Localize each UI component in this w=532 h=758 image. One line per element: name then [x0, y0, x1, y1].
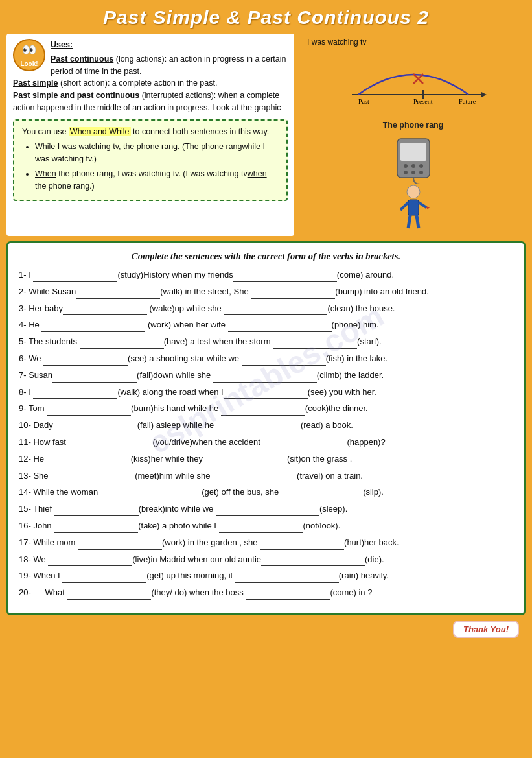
blank-7b	[213, 373, 317, 383]
blank-12a	[47, 457, 131, 466]
blank-20a	[67, 591, 151, 600]
timeline-graph: Past Present Future	[339, 48, 488, 119]
ex-line-10: 10- Dady(fall) asleep while he (read) a …	[19, 419, 513, 432]
blank-1a	[33, 273, 117, 282]
ex-line-8: 8- I (walk) along the road when I(see) y…	[19, 386, 513, 399]
blank-9b	[221, 407, 305, 416]
exercises-box: Complete the sentences with the correct …	[6, 241, 526, 615]
example-list: While I was watching tv, the phone rang.…	[35, 141, 279, 193]
blank-8b	[224, 390, 308, 399]
ex-line-17: 17- While mom (work) in the garden , she…	[19, 536, 513, 550]
blank-10a	[53, 423, 137, 432]
ex-line-15: 15- Thief (break)into while we (sleep).	[19, 503, 513, 516]
blank-19b	[235, 574, 339, 583]
ex-line-20: 20- What (they/ do) when the boss (come)…	[19, 586, 513, 600]
svg-rect-9	[400, 143, 426, 161]
ex-line-14: 14- While the woman(get) off the bus, sh…	[19, 486, 513, 499]
svg-point-14	[411, 171, 415, 174]
ex-line-5: 5- The students (have) a test when the s…	[19, 335, 513, 349]
page-title: Past Simple & Past Continuous 2	[6, 6, 526, 29]
theory-past-simple: Past simple (short action): a complete a…	[13, 77, 288, 89]
blank-2b	[251, 290, 335, 299]
ex-line-11: 11- How fast (you/drive)when the acciden…	[19, 436, 513, 449]
blank-3a	[63, 306, 147, 315]
graph-area: I was watching tv Past Present Future	[301, 34, 526, 236]
ex-line-6: 6- We (see) a shooting star while we (fi…	[19, 352, 513, 366]
ex-line-7: 7- Susan(fall)down while she (climb) the…	[19, 369, 513, 383]
exercises-title: Complete the sentences with the correct …	[19, 251, 513, 262]
blank-14b	[279, 490, 363, 499]
phone-illustration	[387, 132, 439, 184]
blank-4b	[228, 323, 332, 332]
svg-line-18	[408, 215, 410, 228]
theory-past-continuous: Past continuous (long actions): an actio…	[13, 53, 288, 78]
ex-line-19: 19- When I (get) up this morning, it (ra…	[19, 569, 513, 583]
svg-point-13	[404, 171, 408, 174]
ex-line-18: 18- We (live)in Madrid when our old aunt…	[19, 553, 513, 567]
phone-rang-label: The phone rang	[383, 121, 444, 130]
blank-19a	[62, 574, 146, 583]
blank-16b	[219, 524, 303, 533]
blank-3b	[224, 306, 327, 315]
person-illustration: ✦	[394, 184, 433, 236]
dashed-box: You can use When and While to connect bo…	[13, 119, 288, 202]
dashed-intro: You can use When and While to connect bo…	[22, 126, 279, 138]
blank-2a	[76, 290, 160, 299]
blank-14a	[98, 490, 202, 499]
svg-line-19	[417, 215, 419, 228]
past-simple-bold: Past simple	[13, 78, 58, 88]
example-1: While I was watching tv, the phone rang.…	[35, 141, 279, 166]
ex-line-13: 13- She (meet)him while she (travel) on …	[19, 469, 513, 483]
blank-5b	[273, 340, 357, 349]
svg-rect-17	[408, 200, 419, 215]
past-continuous-bold: Past continuous	[51, 54, 113, 64]
blank-6b	[242, 357, 326, 366]
blank-4a	[41, 323, 145, 332]
blank-17a	[78, 541, 162, 550]
svg-text:Past: Past	[358, 98, 369, 105]
past-simple-text: (short action): a complete action in the…	[60, 78, 218, 88]
page: Past Simple & Past Continuous 2 👀 Look! …	[0, 0, 532, 758]
when-while-highlight: When and While	[69, 127, 131, 136]
uses-label: Uses:	[13, 39, 288, 51]
blank-10b	[216, 423, 301, 432]
svg-marker-1	[481, 92, 487, 97]
svg-point-11	[411, 164, 415, 168]
blank-15a	[54, 507, 139, 516]
svg-point-16	[407, 185, 420, 198]
blank-8a	[33, 390, 117, 399]
blank-18b	[261, 557, 365, 566]
theory-combined: Past simple and past continuous (interru…	[13, 89, 288, 114]
blank-9a	[47, 407, 131, 416]
blank-11a	[69, 440, 153, 449]
blank-7a	[52, 373, 137, 383]
ex-line-12: 12- He (kiss)her while they(sit)on the g…	[19, 453, 513, 466]
svg-point-12	[419, 164, 423, 168]
svg-point-15	[419, 171, 423, 174]
blank-16a	[54, 524, 138, 533]
ex-line-2: 2- While Susan(walk) in the street, She …	[19, 285, 513, 299]
blank-17b	[260, 541, 344, 550]
blank-1b	[233, 273, 337, 282]
blank-15b	[216, 507, 319, 516]
ex-line-4: 4- He (work) when her wife (phone) him.	[19, 318, 513, 332]
theory-box: 👀 Look! Uses: Past continuous (long acti…	[6, 34, 294, 236]
combined-bold: Past simple and past continuous	[13, 91, 139, 100]
svg-line-20	[400, 202, 408, 210]
blank-13a	[51, 473, 135, 482]
svg-point-10	[404, 164, 408, 168]
svg-text:✦: ✦	[425, 204, 430, 211]
ex-line-16: 16- John (take) a photo while I (not/loo…	[19, 519, 513, 533]
graph-label-top: I was watching tv	[301, 37, 526, 47]
blank-18a	[48, 557, 132, 566]
ex-line-1: 1- I (study)History when my friends(come…	[19, 268, 513, 282]
blank-11b	[262, 440, 347, 449]
blank-6a	[43, 357, 128, 366]
blank-20b	[246, 591, 330, 600]
ex-line-3: 3- Her baby (wake)up while she (clean) t…	[19, 302, 513, 316]
ex-line-9: 9- Tom (burn)his hand while he (cook)the…	[19, 402, 513, 416]
thank-you-badge: Thank You!	[453, 621, 519, 638]
blank-5a	[80, 340, 164, 349]
blank-13b	[213, 473, 297, 482]
top-section: 👀 Look! Uses: Past continuous (long acti…	[6, 34, 526, 236]
